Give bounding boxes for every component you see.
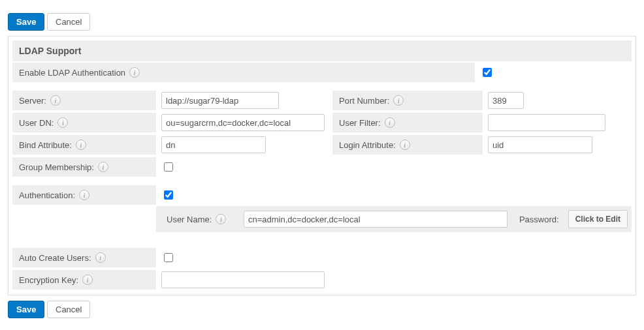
enckey-field <box>156 269 332 291</box>
auth-username-input[interactable] <box>244 211 507 228</box>
auth-checkbox[interactable] <box>164 190 173 200</box>
server-label: Server: i <box>12 91 156 110</box>
auth-label: Authentication: i <box>12 185 156 205</box>
auth-username-label-text: User Name: <box>167 215 212 224</box>
auth-field <box>156 186 332 204</box>
cancel-button[interactable]: Cancel <box>47 301 90 318</box>
bottom-button-row: Save Cancel <box>8 301 636 318</box>
info-icon[interactable]: i <box>400 140 410 150</box>
autocreate-row: Auto Create Users: i <box>12 247 632 269</box>
info-icon[interactable]: i <box>129 67 140 78</box>
groupmem-field <box>156 158 332 176</box>
bindattr-row: Bind Attribute: i Login Attribute: i <box>12 134 632 156</box>
auth-row: Authentication: i <box>12 184 632 206</box>
ldap-panel: LDAP Support Enable LDAP Authentication … <box>8 36 636 295</box>
port-label-text: Port Number: <box>339 96 389 106</box>
groupmem-checkbox[interactable] <box>164 162 173 172</box>
auth-password-label: Password: <box>513 215 563 224</box>
userdn-row: User DN: i User Filter: i <box>12 112 632 134</box>
userfilter-input[interactable] <box>488 114 605 131</box>
loginattr-input[interactable] <box>488 136 592 153</box>
enckey-input[interactable] <box>161 271 325 288</box>
info-icon[interactable]: i <box>82 275 93 285</box>
info-icon[interactable]: i <box>76 140 86 150</box>
userfilter-label-text: User Filter: <box>339 118 381 128</box>
loginattr-label-text: Login Attribute: <box>339 140 396 150</box>
enckey-label: Encryption Key: i <box>12 270 156 290</box>
loginattr-field <box>483 134 607 156</box>
bindattr-field <box>156 134 332 156</box>
port-field <box>483 89 607 112</box>
info-icon[interactable]: i <box>79 190 89 200</box>
enckey-label-text: Encryption Key: <box>19 275 78 285</box>
info-icon[interactable]: i <box>95 252 106 263</box>
autocreate-field <box>156 248 332 267</box>
port-input[interactable] <box>488 92 524 109</box>
loginattr-label: Login Attribute: i <box>332 135 483 155</box>
top-button-row: Save Cancel <box>8 13 636 31</box>
autocreate-label: Auto Create Users: i <box>12 248 156 267</box>
userdn-input[interactable] <box>161 114 325 131</box>
enable-label: Enable LDAP Authentication i <box>12 63 475 82</box>
userfilter-label: User Filter: i <box>332 113 483 132</box>
bindattr-label-text: Bind Attribute: <box>19 140 72 150</box>
groupmem-row: Group Membership: i <box>12 156 632 178</box>
userdn-label-text: User DN: <box>19 118 54 128</box>
userdn-field <box>156 112 332 134</box>
groupmem-label: Group Membership: i <box>12 157 156 177</box>
bindattr-label: Bind Attribute: i <box>12 135 156 155</box>
info-icon[interactable]: i <box>216 214 226 224</box>
info-icon[interactable]: i <box>98 162 108 172</box>
port-label: Port Number: i <box>332 91 483 110</box>
server-input[interactable] <box>161 92 279 109</box>
userfilter-field <box>483 112 607 134</box>
enable-row: Enable LDAP Authentication i <box>12 61 632 83</box>
enable-field <box>475 63 632 82</box>
click-to-edit-button[interactable]: Click to Edit <box>568 210 628 228</box>
info-icon[interactable]: i <box>385 117 395 128</box>
enable-label-text: Enable LDAP Authentication <box>19 68 125 78</box>
save-button[interactable]: Save <box>8 13 44 31</box>
groupmem-label-text: Group Membership: <box>19 162 94 172</box>
enable-checkbox[interactable] <box>483 68 492 77</box>
section-title: LDAP Support <box>12 40 632 61</box>
save-button[interactable]: Save <box>8 301 44 318</box>
userdn-label: User DN: i <box>12 113 156 132</box>
server-field <box>156 89 332 112</box>
bindattr-input[interactable] <box>161 136 266 153</box>
server-row: Server: i Port Number: i <box>12 89 632 112</box>
auth-label-text: Authentication: <box>19 190 75 200</box>
info-icon[interactable]: i <box>393 95 404 106</box>
auth-sub-row: User Name: i Password: Click to Edit <box>12 206 632 232</box>
autocreate-label-text: Auto Create Users: <box>19 253 91 263</box>
enckey-row: Encryption Key: i <box>12 269 632 291</box>
auth-username-label: User Name: i <box>160 210 238 228</box>
info-icon[interactable]: i <box>50 95 61 106</box>
cancel-button[interactable]: Cancel <box>47 13 90 31</box>
info-icon[interactable]: i <box>57 117 68 128</box>
autocreate-checkbox[interactable] <box>164 253 173 262</box>
server-label-text: Server: <box>19 96 46 106</box>
